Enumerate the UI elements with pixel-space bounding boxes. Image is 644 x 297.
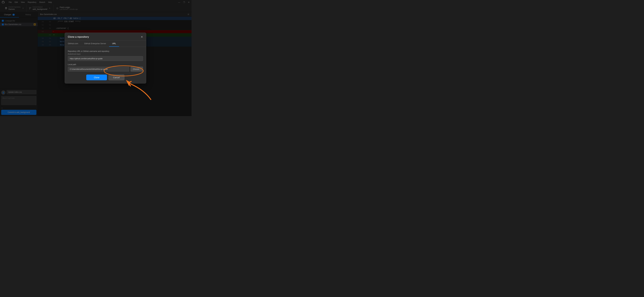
clone-button[interactable]: Clone xyxy=(86,75,107,80)
modal-body: Repository URL or GitHub username and re… xyxy=(65,47,146,75)
modal-title: Clone a repository xyxy=(68,36,89,38)
modal-header: Clone a repository ✕ xyxy=(65,33,146,40)
modal-footer: Clone Cancel xyxy=(65,75,146,83)
repo-url-field-label: Repository URL or GitHub username and re… xyxy=(68,50,143,55)
modal-tabs: GitHub.com GitHub Enterprise Server URL xyxy=(65,40,146,47)
modal-close-button[interactable]: ✕ xyxy=(141,35,143,38)
local-path-row: Choose... xyxy=(68,67,143,72)
local-path-input[interactable] xyxy=(68,67,129,72)
repo-url-sublabel: (hubot/cool-repo) xyxy=(68,53,80,55)
clone-modal: Clone a repository ✕ GitHub.com GitHub E… xyxy=(65,33,146,84)
modal-tab-url[interactable]: URL xyxy=(109,40,119,47)
repo-url-input[interactable] xyxy=(68,56,143,61)
choose-button[interactable]: Choose... xyxy=(130,67,143,72)
modal-tab-enterprise[interactable]: GitHub Enterprise Server xyxy=(81,40,109,47)
modal-tab-github[interactable]: GitHub.com xyxy=(65,40,81,47)
cancel-button[interactable]: Cancel xyxy=(108,75,124,80)
local-path-label: Local path xyxy=(68,63,143,66)
